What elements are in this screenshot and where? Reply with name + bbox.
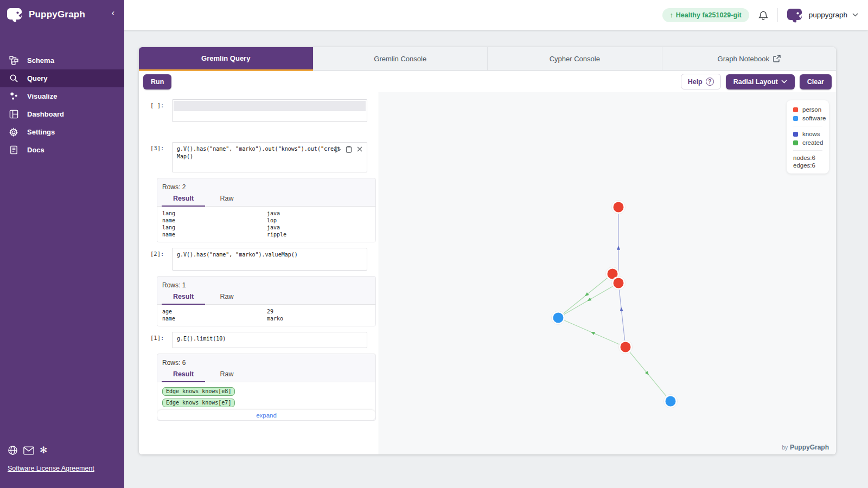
- layout-dropdown[interactable]: Radial Layout: [726, 74, 795, 89]
- sidebar-item-label: Schema: [27, 56, 54, 65]
- run-button[interactable]: Run: [143, 74, 171, 89]
- result-tab[interactable]: Result: [162, 290, 205, 305]
- result-value: ripple: [267, 231, 286, 238]
- result-value: 29: [267, 308, 273, 315]
- topbar-divider: [777, 8, 778, 22]
- sidebar-item-label: Dashboard: [27, 110, 64, 118]
- layout-label: Radial Layout: [733, 78, 778, 86]
- legend-label: knows: [802, 131, 820, 137]
- gear-icon: [9, 127, 18, 137]
- main-card: Gremlin Query Gremlin Console Cypher Con…: [139, 47, 836, 454]
- play-icon[interactable]: [334, 146, 341, 153]
- chevron-down-icon: [781, 80, 787, 84]
- rows-count: Rows: 2: [157, 178, 375, 192]
- edges-count: edges:6: [793, 162, 829, 169]
- result-value: java: [267, 224, 280, 231]
- top-bar: ↑ Healthy fa251029-git puppygraph: [0, 0, 868, 30]
- edge-arrow-knows: [620, 307, 623, 311]
- result-value: marko: [267, 315, 283, 322]
- graph-node-person[interactable]: [621, 342, 631, 352]
- health-status-label: Healthy fa251029-git: [676, 11, 742, 19]
- sidebar-item-dashboard[interactable]: Dashboard: [0, 105, 124, 123]
- result-panel-2: Rows: 1 Result Raw age29 namemarko: [157, 276, 376, 326]
- slack-icon[interactable]: ✻: [40, 446, 47, 455]
- result-body: age29 namemarko: [157, 305, 375, 326]
- software-color-swatch: [793, 116, 798, 121]
- sidebar-item-docs[interactable]: Docs: [0, 141, 124, 159]
- query-input[interactable]: g.V().has("name", "marko").out("knows").…: [172, 142, 367, 172]
- sidebar-collapse-icon[interactable]: ‹: [112, 9, 114, 17]
- query-cell-1: [1]: g.E().limit(10): [150, 332, 379, 348]
- tab-label: Cypher Console: [550, 55, 600, 63]
- question-circle-icon: ?: [706, 78, 714, 86]
- result-key: name: [162, 217, 267, 224]
- query-input[interactable]: g.E().limit(10): [172, 332, 367, 348]
- account-menu[interactable]: puppygraph: [787, 7, 858, 24]
- edge-arrow-knows: [617, 246, 620, 250]
- created-color-swatch: [793, 140, 798, 145]
- query-toolbar: Run Help ? Radial Layout Clear: [139, 71, 836, 92]
- close-icon[interactable]: [356, 146, 363, 152]
- tab-graph-notebook[interactable]: Graph Notebook: [662, 47, 837, 71]
- sidebar-item-visualize[interactable]: Visualize: [0, 87, 124, 105]
- credit-brand: PuppyGraph: [790, 444, 829, 451]
- graph-visualization[interactable]: [379, 92, 836, 454]
- external-link-icon: [773, 55, 781, 62]
- sidebar-item-settings[interactable]: Settings: [0, 123, 124, 141]
- puppygraph-logo-icon: [7, 6, 24, 23]
- legend-divider: [793, 126, 822, 126]
- mail-icon[interactable]: [23, 446, 34, 455]
- person-color-swatch: [793, 107, 798, 112]
- result-tab[interactable]: Result: [162, 368, 205, 382]
- help-button[interactable]: Help ?: [681, 74, 721, 89]
- sidebar-item-schema[interactable]: Schema: [0, 52, 124, 69]
- account-name: puppygraph: [809, 11, 847, 19]
- code-line: Map(): [177, 153, 362, 160]
- graph-legend: person software knows created nodes:6 ed…: [787, 100, 829, 174]
- query-input[interactable]: [172, 99, 367, 122]
- result-panel-3: Rows: 2 Result Raw langjava namelop lang…: [157, 178, 376, 242]
- cell-label: [3]:: [150, 142, 167, 172]
- globe-icon[interactable]: [8, 445, 18, 455]
- tab-label: Gremlin Query: [201, 54, 250, 62]
- legend-divider: [793, 150, 822, 151]
- document-icon: [9, 145, 18, 155]
- sidebar: PuppyGraph ‹ Schema Query: [0, 0, 124, 488]
- graph-node-person[interactable]: [614, 278, 624, 288]
- graph-node-person[interactable]: [614, 202, 624, 213]
- expand-link[interactable]: expand: [256, 412, 277, 419]
- sidebar-item-label: Visualize: [27, 92, 57, 100]
- raw-tab[interactable]: Raw: [205, 290, 248, 304]
- rows-count: Rows: 6: [157, 354, 375, 368]
- edge-badge: Edge knows knows[e8]: [162, 387, 235, 396]
- tab-gremlin-console[interactable]: Gremlin Console: [313, 47, 488, 71]
- tab-label: Gremlin Console: [374, 55, 426, 63]
- graph-node-software[interactable]: [553, 313, 564, 323]
- graph-node-software[interactable]: [666, 396, 676, 407]
- clear-button[interactable]: Clear: [800, 74, 832, 89]
- sidebar-item-query[interactable]: Query: [0, 69, 124, 87]
- software-license-link[interactable]: Software License Agreement: [8, 465, 94, 472]
- graph-canvas-panel[interactable]: person software knows created nodes:6 ed…: [379, 92, 836, 454]
- schema-icon: [9, 56, 18, 66]
- sidebar-menu: Schema Query Visualize: [0, 52, 124, 159]
- result-value: lop: [267, 217, 277, 224]
- copy-icon[interactable]: [346, 146, 352, 153]
- raw-tab[interactable]: Raw: [205, 192, 248, 206]
- rows-count: Rows: 1: [157, 277, 375, 290]
- puppygraph-logo-icon: [787, 7, 804, 24]
- result-tab[interactable]: Result: [162, 192, 205, 207]
- tab-gremlin-query[interactable]: Gremlin Query: [139, 47, 313, 71]
- notifications-bell-icon[interactable]: [758, 9, 769, 21]
- edge-arrow-created: [591, 332, 595, 335]
- legend-label: created: [802, 139, 823, 146]
- brand-credit: byPuppyGraph: [782, 444, 829, 451]
- query-cell-empty: [ ]:: [150, 99, 379, 122]
- query-input[interactable]: g.V().has("name", "marko").valueMap(): [172, 248, 367, 271]
- chevron-down-icon: [852, 13, 858, 17]
- empty-line-highlight: [174, 101, 366, 111]
- query-cell-2: [2]: g.V().has("name", "marko").valueMap…: [150, 248, 379, 271]
- health-status-badge: ↑ Healthy fa251029-git: [662, 8, 749, 22]
- raw-tab[interactable]: Raw: [205, 368, 248, 382]
- tab-cypher-console[interactable]: Cypher Console: [487, 47, 662, 71]
